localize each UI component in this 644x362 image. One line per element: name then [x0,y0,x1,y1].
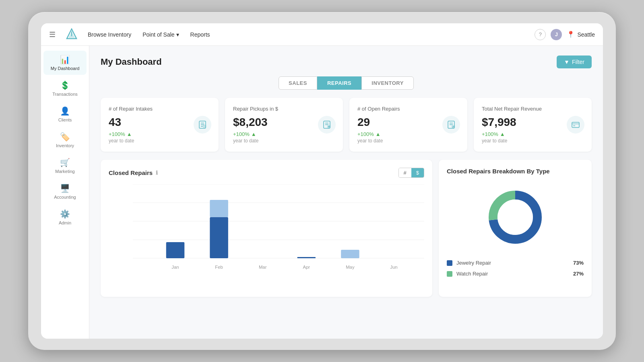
legend-item-jewelry: Jewelry Repair 73% [447,257,584,268]
toggle-dollar-button[interactable]: $ [411,168,424,177]
nav-right: ? J 📍 Seattle [535,29,595,40]
up-arrow-icon-4: ▲ [500,131,505,137]
metric-change-open-repairs: +100% ▲ [357,131,459,137]
up-arrow-icon: ▲ [127,131,132,137]
main-area: 📊 My Dashboard 💲 Transactions 👤 Clients … [41,46,603,339]
sidebar-label-admin: Admin [59,220,71,225]
watch-label: Watch Repair [456,271,488,277]
bar-chart-title: Closed Repairs ℹ [109,169,158,176]
svg-text:Jun: Jun [390,265,397,269]
location-badge[interactable]: 📍 Seattle [567,31,595,38]
metric-icon-repair-intakes [194,116,211,134]
metric-change-net-revenue: +100% ▲ [482,131,584,137]
metric-icon-repair-pickups [318,116,336,134]
sidebar-label-marketing: Marketing [55,169,74,174]
jewelry-label: Jewelry Repair [456,260,491,266]
metric-card-repair-pickups: Repair Pickups in $ $8,203 +100% ▲ year … [225,98,343,152]
metric-title-net-revenue: Total Net Repair Revenue [482,106,584,112]
bar-chart-header: Closed Repairs ℹ # $ [109,168,424,178]
sidebar-item-dashboard[interactable]: 📊 My Dashboard [43,51,87,75]
nav-reports[interactable]: Reports [190,31,210,38]
metric-change-repair-pickups: +100% ▲ [233,131,335,137]
svg-text:Mar: Mar [259,265,267,269]
svg-text:May: May [346,265,355,269]
donut-area: Jewelry Repair 73% Watch Repair 27% [447,181,584,283]
svg-rect-33 [210,200,228,217]
svg-text:Jan: Jan [171,265,179,269]
clients-icon: 👤 [60,106,70,116]
filter-icon: ▼ [564,59,570,65]
up-arrow-icon-3: ▲ [376,131,381,137]
metric-period-repair-pickups: year to date [233,138,335,144]
sidebar-item-inventory[interactable]: 🏷️ Inventory [43,128,87,152]
location-pin-icon: 📍 [567,31,575,38]
sidebar-item-transactions[interactable]: 💲 Transactions [43,76,87,101]
bar-chart-area: $6,000 $4,500 $3,000 $1,500 $0 [109,184,424,289]
jewelry-dot [447,260,452,266]
nav-links: Browse Inventory Point of Sale ▾ Reports [88,31,525,38]
metric-icon-net-revenue [567,116,584,134]
logo-icon [65,28,78,41]
sidebar-item-accounting[interactable]: 🖥️ Accounting [43,179,87,204]
help-button[interactable]: ? [535,29,546,40]
donut-svg [483,185,547,249]
metric-card-net-revenue: Total Net Repair Revenue $7,998 +100% ▲ … [474,98,592,152]
donut-chart-title: Closed Repairs Breakdown By Type [447,168,550,175]
bar-chart-card: Closed Repairs ℹ # $ [101,160,432,297]
sidebar-item-clients[interactable]: 👤 Clients [43,102,87,126]
dropdown-arrow-icon: ▾ [176,31,179,38]
nav-point-of-sale[interactable]: Point of Sale ▾ [142,31,179,38]
bar-chart-svg: $6,000 $4,500 $3,000 $1,500 $0 [133,184,424,277]
svg-text:Apr: Apr [303,265,310,269]
transactions-icon: 💲 [60,80,70,90]
donut-chart-card: Closed Repairs Breakdown By Type [439,160,592,297]
admin-icon: ⚙️ [60,209,70,219]
watch-pct: 27% [573,271,584,277]
nav-browse-inventory[interactable]: Browse Inventory [88,31,131,38]
svg-rect-18 [572,122,579,128]
accounting-icon: 🖥️ [60,183,70,193]
svg-rect-32 [210,217,228,258]
charts-row: Closed Repairs ℹ # $ [101,160,592,297]
screen: ☰ Browse Inventory Point of Sale ▾ Repor… [41,23,603,339]
legend-item-watch: Watch Repair 27% [447,268,584,279]
sidebar-label-clients: Clients [58,117,72,122]
hamburger-icon[interactable]: ☰ [49,30,56,39]
metric-period-net-revenue: year to date [482,138,584,144]
toggle-hash-button[interactable]: # [399,168,411,177]
user-avatar[interactable]: J [551,29,562,40]
chart-toggle: # $ [398,168,424,178]
metric-icon-open-repairs [442,116,460,134]
filter-label: Filter [572,59,584,65]
svg-point-44 [497,200,533,235]
svg-text:Feb: Feb [215,265,223,269]
svg-rect-20 [573,125,575,126]
metric-period-open-repairs: year to date [357,138,459,144]
svg-rect-31 [166,242,185,258]
metric-period-repair-intakes: year to date [109,138,211,144]
watch-dot [447,271,452,277]
info-icon[interactable]: ℹ [156,170,158,176]
sidebar-item-admin[interactable]: ⚙️ Admin [43,205,87,229]
marketing-icon: 🛒 [60,158,70,167]
metric-title-repair-pickups: Repair Pickups in $ [233,106,335,112]
top-nav: ☰ Browse Inventory Point of Sale ▾ Repor… [41,23,603,46]
sidebar-label-dashboard: My Dashboard [51,66,80,71]
device-frame: ☰ Browse Inventory Point of Sale ▾ Repor… [28,12,616,350]
donut-chart-header: Closed Repairs Breakdown By Type [447,168,584,175]
sidebar-label-accounting: Accounting [54,195,76,200]
tab-sales[interactable]: SALES [279,76,317,90]
up-arrow-icon-2: ▲ [251,131,256,137]
tab-inventory[interactable]: INVENTORY [361,76,414,90]
sidebar: 📊 My Dashboard 💲 Transactions 👤 Clients … [41,46,89,339]
dashboard-icon: 📊 [60,55,70,64]
svg-rect-35 [341,250,359,258]
sidebar-item-marketing[interactable]: 🛒 Marketing [43,154,87,178]
tab-repairs[interactable]: REPAIRS [317,76,361,90]
metric-title-repair-intakes: # of Repair Intakes [109,106,211,112]
main-content: My Dashboard ▼ Filter SALES REPAIRS INVE… [89,46,603,339]
tab-bar: SALES REPAIRS INVENTORY [101,76,592,90]
content-header: My Dashboard ▼ Filter [101,56,592,68]
location-label: Seattle [577,31,595,38]
filter-button[interactable]: ▼ Filter [557,56,592,68]
